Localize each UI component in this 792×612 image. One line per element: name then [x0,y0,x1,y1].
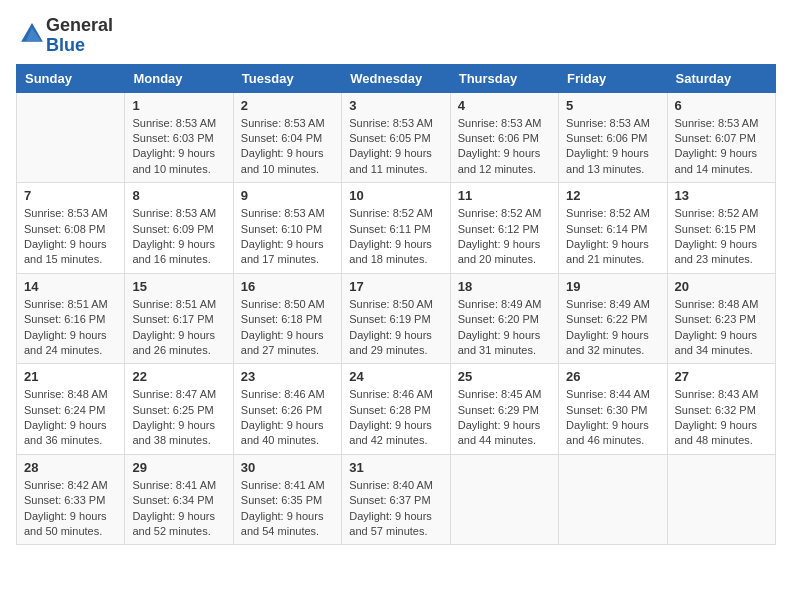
calendar-cell: 10Sunrise: 8:52 AMSunset: 6:11 PMDayligh… [342,183,450,274]
day-info: Sunrise: 8:46 AMSunset: 6:26 PMDaylight:… [241,387,334,449]
column-header-monday: Monday [125,64,233,92]
calendar-cell: 17Sunrise: 8:50 AMSunset: 6:19 PMDayligh… [342,273,450,364]
day-number: 17 [349,279,442,294]
calendar-cell: 30Sunrise: 8:41 AMSunset: 6:35 PMDayligh… [233,454,341,545]
calendar-cell: 23Sunrise: 8:46 AMSunset: 6:26 PMDayligh… [233,364,341,455]
day-info: Sunrise: 8:53 AMSunset: 6:10 PMDaylight:… [241,206,334,268]
day-number: 30 [241,460,334,475]
day-info: Sunrise: 8:48 AMSunset: 6:23 PMDaylight:… [675,297,768,359]
calendar-cell: 29Sunrise: 8:41 AMSunset: 6:34 PMDayligh… [125,454,233,545]
day-info: Sunrise: 8:46 AMSunset: 6:28 PMDaylight:… [349,387,442,449]
day-number: 29 [132,460,225,475]
calendar-cell: 12Sunrise: 8:52 AMSunset: 6:14 PMDayligh… [559,183,667,274]
day-number: 8 [132,188,225,203]
day-info: Sunrise: 8:42 AMSunset: 6:33 PMDaylight:… [24,478,117,540]
calendar-cell [559,454,667,545]
day-info: Sunrise: 8:53 AMSunset: 6:04 PMDaylight:… [241,116,334,178]
day-info: Sunrise: 8:48 AMSunset: 6:24 PMDaylight:… [24,387,117,449]
calendar-cell: 25Sunrise: 8:45 AMSunset: 6:29 PMDayligh… [450,364,558,455]
day-number: 7 [24,188,117,203]
day-number: 23 [241,369,334,384]
day-number: 4 [458,98,551,113]
column-header-wednesday: Wednesday [342,64,450,92]
calendar-cell: 31Sunrise: 8:40 AMSunset: 6:37 PMDayligh… [342,454,450,545]
calendar-cell: 1Sunrise: 8:53 AMSunset: 6:03 PMDaylight… [125,92,233,183]
calendar-body: 1Sunrise: 8:53 AMSunset: 6:03 PMDaylight… [17,92,776,545]
day-number: 12 [566,188,659,203]
calendar-cell: 7Sunrise: 8:53 AMSunset: 6:08 PMDaylight… [17,183,125,274]
day-number: 15 [132,279,225,294]
calendar-cell: 13Sunrise: 8:52 AMSunset: 6:15 PMDayligh… [667,183,775,274]
day-number: 2 [241,98,334,113]
day-number: 24 [349,369,442,384]
calendar-cell: 22Sunrise: 8:47 AMSunset: 6:25 PMDayligh… [125,364,233,455]
calendar-cell: 2Sunrise: 8:53 AMSunset: 6:04 PMDaylight… [233,92,341,183]
day-number: 25 [458,369,551,384]
day-info: Sunrise: 8:47 AMSunset: 6:25 PMDaylight:… [132,387,225,449]
day-info: Sunrise: 8:53 AMSunset: 6:09 PMDaylight:… [132,206,225,268]
calendar-cell: 4Sunrise: 8:53 AMSunset: 6:06 PMDaylight… [450,92,558,183]
calendar-cell: 3Sunrise: 8:53 AMSunset: 6:05 PMDaylight… [342,92,450,183]
day-number: 9 [241,188,334,203]
day-info: Sunrise: 8:40 AMSunset: 6:37 PMDaylight:… [349,478,442,540]
calendar-cell [17,92,125,183]
calendar-week-5: 28Sunrise: 8:42 AMSunset: 6:33 PMDayligh… [17,454,776,545]
day-info: Sunrise: 8:44 AMSunset: 6:30 PMDaylight:… [566,387,659,449]
column-header-sunday: Sunday [17,64,125,92]
day-info: Sunrise: 8:53 AMSunset: 6:06 PMDaylight:… [566,116,659,178]
day-number: 28 [24,460,117,475]
calendar-cell [450,454,558,545]
day-number: 14 [24,279,117,294]
day-number: 5 [566,98,659,113]
day-info: Sunrise: 8:41 AMSunset: 6:34 PMDaylight:… [132,478,225,540]
calendar-cell: 5Sunrise: 8:53 AMSunset: 6:06 PMDaylight… [559,92,667,183]
day-number: 18 [458,279,551,294]
day-number: 31 [349,460,442,475]
day-number: 13 [675,188,768,203]
day-number: 21 [24,369,117,384]
day-info: Sunrise: 8:50 AMSunset: 6:19 PMDaylight:… [349,297,442,359]
day-number: 19 [566,279,659,294]
calendar-cell [667,454,775,545]
day-info: Sunrise: 8:52 AMSunset: 6:15 PMDaylight:… [675,206,768,268]
calendar-cell: 24Sunrise: 8:46 AMSunset: 6:28 PMDayligh… [342,364,450,455]
day-info: Sunrise: 8:53 AMSunset: 6:08 PMDaylight:… [24,206,117,268]
day-info: Sunrise: 8:49 AMSunset: 6:22 PMDaylight:… [566,297,659,359]
calendar-cell: 8Sunrise: 8:53 AMSunset: 6:09 PMDaylight… [125,183,233,274]
day-info: Sunrise: 8:53 AMSunset: 6:05 PMDaylight:… [349,116,442,178]
day-number: 10 [349,188,442,203]
column-header-friday: Friday [559,64,667,92]
day-number: 22 [132,369,225,384]
day-info: Sunrise: 8:49 AMSunset: 6:20 PMDaylight:… [458,297,551,359]
calendar-cell: 20Sunrise: 8:48 AMSunset: 6:23 PMDayligh… [667,273,775,364]
day-info: Sunrise: 8:51 AMSunset: 6:17 PMDaylight:… [132,297,225,359]
calendar-week-1: 1Sunrise: 8:53 AMSunset: 6:03 PMDaylight… [17,92,776,183]
day-info: Sunrise: 8:53 AMSunset: 6:03 PMDaylight:… [132,116,225,178]
calendar-cell: 27Sunrise: 8:43 AMSunset: 6:32 PMDayligh… [667,364,775,455]
calendar-cell: 28Sunrise: 8:42 AMSunset: 6:33 PMDayligh… [17,454,125,545]
day-number: 11 [458,188,551,203]
day-info: Sunrise: 8:43 AMSunset: 6:32 PMDaylight:… [675,387,768,449]
calendar-cell: 14Sunrise: 8:51 AMSunset: 6:16 PMDayligh… [17,273,125,364]
page-header: GeneralBlue [16,16,776,56]
calendar-week-2: 7Sunrise: 8:53 AMSunset: 6:08 PMDaylight… [17,183,776,274]
day-info: Sunrise: 8:52 AMSunset: 6:12 PMDaylight:… [458,206,551,268]
calendar-cell: 19Sunrise: 8:49 AMSunset: 6:22 PMDayligh… [559,273,667,364]
day-number: 16 [241,279,334,294]
calendar-cell: 11Sunrise: 8:52 AMSunset: 6:12 PMDayligh… [450,183,558,274]
day-number: 26 [566,369,659,384]
column-header-tuesday: Tuesday [233,64,341,92]
logo: GeneralBlue [16,16,113,56]
day-number: 3 [349,98,442,113]
logo-text: GeneralBlue [46,16,113,56]
day-info: Sunrise: 8:53 AMSunset: 6:07 PMDaylight:… [675,116,768,178]
day-info: Sunrise: 8:41 AMSunset: 6:35 PMDaylight:… [241,478,334,540]
logo-icon [18,20,46,48]
day-number: 6 [675,98,768,113]
calendar-cell: 16Sunrise: 8:50 AMSunset: 6:18 PMDayligh… [233,273,341,364]
calendar-week-3: 14Sunrise: 8:51 AMSunset: 6:16 PMDayligh… [17,273,776,364]
day-info: Sunrise: 8:51 AMSunset: 6:16 PMDaylight:… [24,297,117,359]
calendar-table: SundayMondayTuesdayWednesdayThursdayFrid… [16,64,776,546]
day-info: Sunrise: 8:45 AMSunset: 6:29 PMDaylight:… [458,387,551,449]
calendar-week-4: 21Sunrise: 8:48 AMSunset: 6:24 PMDayligh… [17,364,776,455]
